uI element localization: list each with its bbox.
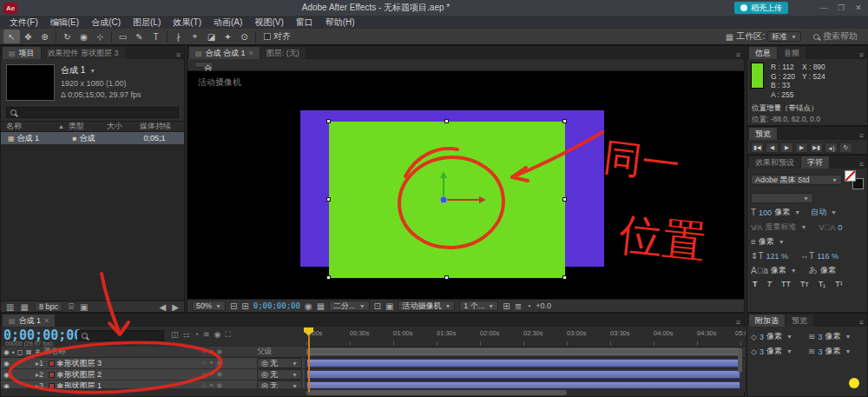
menu-help[interactable]: 帮助(H) xyxy=(319,17,361,29)
search-help-label[interactable]: 搜索帮助 xyxy=(823,30,858,43)
safe-zones-icon[interactable]: ⊟ xyxy=(230,301,237,311)
layer-duration-bar[interactable] xyxy=(306,370,740,379)
tab-effects-presets[interactable]: 效果和预设 xyxy=(749,156,800,169)
tab-timeline-comp1[interactable]: ▤ 合成 1 × xyxy=(3,314,55,327)
work-area-bar[interactable] xyxy=(306,348,742,355)
layer-switches[interactable]: ⬦✦◉ xyxy=(201,370,257,379)
tab-composition[interactable]: ▤ 合成 合成 1 × xyxy=(189,47,260,59)
tab-effect-controls[interactable]: 效果控件 形状图层 3 xyxy=(42,47,125,59)
list-view-icon[interactable]: ▥ xyxy=(6,302,14,312)
hide-shy-layers-icon[interactable]: ◔ xyxy=(194,330,199,340)
tab-extra-options[interactable]: 附加选 xyxy=(749,314,785,327)
frame-blending-icon[interactable]: ≋ xyxy=(203,330,210,340)
layer-row[interactable]: ◉ ▸ 2 ✱ 形状图层 2 ⬦✦◉ ◎ 无 ▼ xyxy=(1,369,746,380)
motion-blur-icon[interactable]: ◉ xyxy=(214,330,221,340)
scroll-left-icon[interactable]: ◀ xyxy=(160,302,167,312)
close-button[interactable]: ✕ xyxy=(852,3,865,12)
close-tab-icon[interactable]: × xyxy=(249,49,253,57)
column-name[interactable]: 名称 xyxy=(1,121,58,132)
faux-italic-button[interactable]: T xyxy=(766,280,774,288)
column-duration[interactable]: 媒体持续 xyxy=(140,121,184,132)
layer-track[interactable] xyxy=(305,369,746,380)
composition-mini-flowchart-icon[interactable]: ◫ xyxy=(171,330,179,340)
roi-icon[interactable]: ⊡ xyxy=(374,301,381,311)
grid-icon[interactable]: ⊞ xyxy=(241,301,248,311)
clone-stamp-tool[interactable]: ⌖ xyxy=(187,30,203,43)
tab-extra-preview[interactable]: 预览 xyxy=(786,314,813,327)
parent-select[interactable]: ◎ 无 ▼ xyxy=(257,369,302,380)
parent-select[interactable]: ◎ 无 ▼ xyxy=(257,358,302,368)
loop-button[interactable]: ↻ xyxy=(839,142,852,153)
first-frame-button[interactable]: ▮◀ xyxy=(751,142,764,153)
selection-handle[interactable] xyxy=(562,119,567,123)
pixel-aspect-icon[interactable]: ⊞ xyxy=(503,301,510,311)
shape-tool[interactable]: ▭ xyxy=(115,30,131,43)
roto-brush-tool[interactable]: ✦ xyxy=(220,30,236,43)
tab-info[interactable]: 信息 xyxy=(749,47,777,59)
channel-icon[interactable]: ▦ xyxy=(317,301,325,311)
layer-row-left[interactable]: ◉ ▸ 2 ✱ 形状图层 2 ⬦✦◉ ◎ 无 ▼ xyxy=(1,369,305,380)
puppet-pin-tool[interactable]: ⊙ xyxy=(236,30,253,43)
source-name-header[interactable]: 源名称 xyxy=(43,347,201,357)
panel-menu-icon[interactable]: ≡ xyxy=(856,160,867,169)
leading-value[interactable]: 自动 xyxy=(811,207,826,218)
flowchart-icon[interactable]: ◔ xyxy=(526,301,531,311)
trash-icon[interactable]: ▣ xyxy=(80,302,88,312)
align-checkbox[interactable] xyxy=(264,33,271,40)
selection-handle[interactable] xyxy=(326,275,331,280)
layer-duration-bar[interactable] xyxy=(306,359,740,367)
minimize-button[interactable]: — xyxy=(818,3,830,12)
extra-value-cell[interactable]: ⬦ 3 像素 ▼ xyxy=(751,346,806,357)
selection-handle[interactable] xyxy=(444,119,449,123)
timeline-search[interactable] xyxy=(77,330,164,341)
upload-badge[interactable]: 稻壳上传 xyxy=(734,2,788,14)
comp-viewport[interactable]: 活动摄像机 xyxy=(187,71,744,299)
fill-stroke-swatches[interactable] xyxy=(845,170,864,189)
eye-icon[interactable]: ◉ xyxy=(3,360,10,367)
transparency-grid-icon[interactable]: ▣ xyxy=(385,301,393,311)
parent-header[interactable]: 父级 xyxy=(257,347,305,357)
prev-frame-button[interactable]: ◀ xyxy=(766,142,779,153)
all-caps-button[interactable]: TT xyxy=(779,280,792,288)
close-tab-icon[interactable]: × xyxy=(44,316,49,325)
selection-handle[interactable] xyxy=(444,275,449,280)
subscript-button[interactable]: T₁ xyxy=(817,280,828,288)
panel-menu-icon[interactable]: ≡ xyxy=(856,50,867,59)
layer-row[interactable]: ◉ ▸ 1 ✱ 形状图层 3 ⬦✦◉ ◎ 无 ▼ xyxy=(1,358,746,369)
timeline-search-input[interactable] xyxy=(91,332,160,340)
extra-value-cell[interactable]: ≋ 3 像素 ▼ xyxy=(808,346,864,357)
panel-menu-icon[interactable]: ≡ xyxy=(856,131,867,140)
layer-switches[interactable]: ⬦✦◉ xyxy=(201,359,257,367)
timeline-vertical-scrollbar[interactable] xyxy=(738,348,742,373)
horizontal-scale-value[interactable]: 116 % xyxy=(817,252,838,261)
small-caps-button[interactable]: Tт xyxy=(799,280,811,288)
extra-value-cell[interactable]: ⬦ 3 像素 ▼ xyxy=(751,331,806,342)
menu-edit[interactable]: 编辑(E) xyxy=(44,17,85,29)
selection-handle[interactable] xyxy=(326,119,331,123)
eye-icon[interactable]: ◉ xyxy=(3,371,10,379)
font-style-select[interactable]: ▼ xyxy=(751,193,813,203)
time-ruler[interactable]: 0:00s 00:30s 01:00s 01:30s 02:00s 02:30s… xyxy=(305,327,746,347)
breadcrumb[interactable]: 合成 1 xyxy=(194,62,214,68)
draft-3d-icon[interactable]: ⚏ xyxy=(183,330,190,340)
workspace-select[interactable]: 标准 ▼ xyxy=(767,31,801,42)
menu-file[interactable]: 文件(F) xyxy=(3,17,44,29)
footer-timecode[interactable]: 0;00;00;00 xyxy=(253,301,300,310)
panel-menu-icon[interactable]: ≡ xyxy=(173,50,184,59)
eraser-tool[interactable]: ◪ xyxy=(203,30,220,43)
pen-tool[interactable]: ✎ xyxy=(131,30,148,43)
timeline-horizontal-scrollbar[interactable] xyxy=(306,390,567,395)
hand-tool[interactable]: ✥ xyxy=(20,30,36,43)
tab-character[interactable]: 字符 xyxy=(801,156,829,169)
anchor-axis-widget[interactable] xyxy=(404,162,491,232)
last-frame-button[interactable]: ▶▮ xyxy=(810,142,823,153)
comp-thumbnail[interactable] xyxy=(6,64,55,101)
brush-tool[interactable]: ∤ xyxy=(170,30,187,43)
tab-layer-viewer[interactable]: 图层: (无) xyxy=(260,47,306,59)
folder-icon[interactable]: ⌸ xyxy=(69,301,74,312)
fill-color-swatch[interactable] xyxy=(845,170,856,182)
resolution-select[interactable]: 二分...▼ xyxy=(329,301,369,311)
font-family-select[interactable]: Adobe 黑体 Std ▼ xyxy=(751,175,842,185)
tab-audio[interactable]: 音频 xyxy=(778,47,806,59)
next-frame-button[interactable]: ▶ xyxy=(795,142,808,153)
